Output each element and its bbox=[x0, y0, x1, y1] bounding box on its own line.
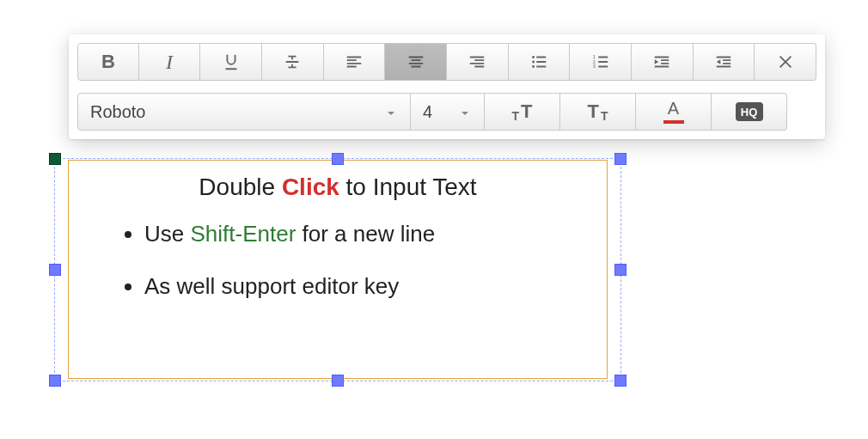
indent-icon bbox=[652, 52, 671, 71]
svg-point-2 bbox=[532, 65, 535, 68]
chevron-down-icon bbox=[458, 105, 472, 119]
svg-point-1 bbox=[532, 61, 535, 64]
text-frame[interactable]: Double Click to Input Text Use Shift-Ent… bbox=[68, 160, 608, 379]
indent-button[interactable] bbox=[632, 43, 694, 81]
font-family-select[interactable]: Roboto bbox=[77, 93, 411, 131]
font-color-icon: A bbox=[663, 100, 684, 124]
strikethrough-icon bbox=[283, 52, 302, 71]
decrease-font-button[interactable]: TT bbox=[560, 93, 636, 131]
svg-text:3: 3 bbox=[592, 64, 595, 69]
align-center-icon bbox=[406, 52, 425, 71]
toolbar-row-1: B I 123 bbox=[77, 43, 816, 81]
numbered-list-button[interactable]: 123 bbox=[570, 43, 632, 81]
close-button[interactable] bbox=[755, 43, 816, 81]
underline-button[interactable] bbox=[200, 43, 262, 81]
canvas: Double Click to Input Text Use Shift-Ent… bbox=[54, 160, 621, 400]
title-line: Double Click to Input Text bbox=[91, 171, 584, 204]
title-emphasis: Click bbox=[282, 174, 339, 200]
resize-handle-bottom-left[interactable] bbox=[49, 375, 61, 387]
list-item: As well support editor key bbox=[144, 271, 584, 302]
hq-button[interactable]: HQ bbox=[712, 93, 787, 131]
bold-icon: B bbox=[101, 51, 115, 73]
increase-font-button[interactable]: TT bbox=[485, 93, 560, 131]
hq-icon: HQ bbox=[736, 102, 763, 121]
toolbar-row-2: Roboto 4 TT TT A HQ bbox=[77, 93, 816, 131]
close-icon bbox=[776, 52, 795, 71]
font-family-value: Roboto bbox=[90, 102, 146, 122]
title-after: to Input Text bbox=[339, 174, 477, 200]
li-emphasis: Shift-Enter bbox=[190, 221, 296, 247]
bullet-list: Use Shift-Enter for a new line As well s… bbox=[91, 219, 584, 302]
title-before: Double bbox=[199, 174, 282, 200]
numbered-list-icon: 123 bbox=[591, 52, 610, 71]
increase-font-icon: TT bbox=[511, 101, 532, 123]
rotate-handle[interactable] bbox=[49, 153, 61, 165]
svg-point-0 bbox=[532, 56, 535, 58]
formatting-toolbar: B I 123 bbox=[69, 34, 825, 139]
li-before: Use bbox=[144, 221, 190, 247]
strikethrough-button[interactable] bbox=[262, 43, 324, 81]
font-size-value: 4 bbox=[423, 102, 432, 122]
resize-handle-top-right[interactable] bbox=[614, 153, 627, 165]
list-item: Use Shift-Enter for a new line bbox=[144, 219, 584, 249]
decrease-font-icon: TT bbox=[587, 101, 608, 123]
align-left-icon bbox=[345, 52, 364, 71]
resize-handle-left[interactable] bbox=[49, 264, 61, 276]
align-right-icon bbox=[468, 52, 486, 71]
underline-icon bbox=[222, 52, 241, 71]
align-right-button[interactable] bbox=[447, 43, 509, 81]
italic-button[interactable]: I bbox=[139, 43, 201, 81]
resize-handle-bottom-right[interactable] bbox=[614, 375, 627, 387]
font-size-select[interactable]: 4 bbox=[411, 93, 485, 131]
bullet-list-button[interactable] bbox=[509, 43, 571, 81]
chevron-down-icon bbox=[384, 105, 398, 119]
font-color-button[interactable]: A bbox=[636, 93, 712, 131]
align-center-button[interactable] bbox=[385, 43, 447, 81]
outdent-icon bbox=[714, 52, 733, 71]
bold-button[interactable]: B bbox=[77, 43, 139, 81]
align-left-button[interactable] bbox=[324, 43, 386, 81]
li-after: for a new line bbox=[296, 221, 435, 247]
italic-icon: I bbox=[166, 51, 173, 74]
li-plain: As well support editor key bbox=[144, 273, 399, 299]
resize-handle-right[interactable] bbox=[614, 264, 627, 276]
bullet-list-icon bbox=[529, 52, 548, 71]
outdent-button[interactable] bbox=[694, 43, 755, 81]
font-color-swatch bbox=[663, 120, 684, 124]
